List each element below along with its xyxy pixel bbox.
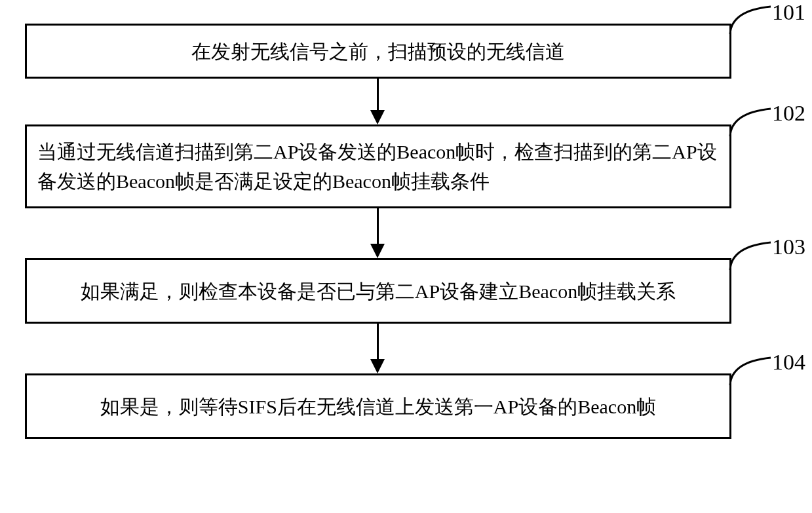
- callout-curve-101: [727, 4, 773, 37]
- step-label-104: 104: [772, 350, 805, 375]
- step-label-101: 101: [772, 0, 805, 25]
- step-label-103: 103: [772, 235, 805, 259]
- step-box-102: 当通过无线信道扫描到第二AP设备发送的Beacon帧时，检查扫描到的第二AP设备…: [25, 124, 731, 208]
- callout-curve-102: [727, 106, 773, 139]
- step-text: 如果满足，则检查本设备是否已与第二AP设备建立Beacon帧挂载关系: [81, 276, 676, 306]
- step-text: 在发射无线信号之前，扫描预设的无线信道: [191, 37, 565, 66]
- step-box-104: 如果是，则等待SIFS后在无线信道上发送第一AP设备的Beacon帧: [25, 373, 731, 439]
- callout-curve-103: [727, 240, 773, 273]
- callout-curve-104: [727, 355, 773, 388]
- step-box-103: 如果满足，则检查本设备是否已与第二AP设备建立Beacon帧挂载关系: [25, 258, 731, 324]
- step-text: 当通过无线信道扫描到第二AP设备发送的Beacon帧时，检查扫描到的第二AP设备…: [37, 137, 719, 196]
- flowchart-diagram: 在发射无线信号之前，扫描预设的无线信道 101 当通过无线信道扫描到第二AP设备…: [0, 0, 812, 513]
- step-text: 如果是，则等待SIFS后在无线信道上发送第一AP设备的Beacon帧: [100, 392, 656, 421]
- step-label-102: 102: [772, 101, 805, 126]
- step-box-101: 在发射无线信号之前，扫描预设的无线信道: [25, 24, 731, 79]
